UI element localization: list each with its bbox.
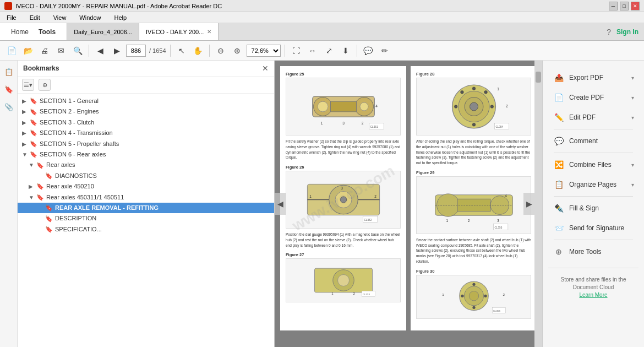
bookmark-icon-removal: 🔖 xyxy=(45,204,53,212)
bookmark-icon-450311: 🔖 xyxy=(36,193,44,202)
bookmark-removal[interactable]: 🔖 REAR AXLE REMOVAL - REFITTING xyxy=(18,203,274,213)
svg-text:4: 4 xyxy=(505,193,507,197)
menu-file[interactable]: File xyxy=(4,13,19,22)
zoom-out-button[interactable]: ⊖ xyxy=(214,44,228,58)
export-pdf-arrow: ▾ xyxy=(631,75,634,81)
markup-tool[interactable]: ✏ xyxy=(378,44,392,58)
figure-28-container: Figure 28 xyxy=(416,72,531,135)
organize-item[interactable]: 📋 Organize Pages ▾ xyxy=(548,175,638,194)
tab-iveco-daily[interactable]: IVECO - DAILY 200... ✕ xyxy=(139,23,219,40)
full-screen-button[interactable]: ⤢ xyxy=(322,44,336,58)
pdf-area[interactable]: ◀ ▶ www.iveco.com Figure 25 xyxy=(275,61,542,347)
bookmark-diagnostics[interactable]: 🔖 DIAGNOSTICS xyxy=(18,171,274,181)
download-button[interactable]: ⬇ xyxy=(339,44,353,58)
fit-width-button[interactable]: ↔ xyxy=(305,44,320,58)
cursor-tool[interactable]: ↖ xyxy=(174,44,189,58)
tab-home[interactable]: Home xyxy=(8,27,32,37)
search-button[interactable]: 🔍 xyxy=(70,44,85,58)
bookmark-section1[interactable]: ▶ 🔖 SECTION 1 - General xyxy=(18,96,274,106)
close-button[interactable]: ✕ xyxy=(631,2,640,10)
page-number-input[interactable] xyxy=(126,45,146,57)
bookmark-tree[interactable]: ▶ 🔖 SECTION 1 - General ▶ 🔖 SECTION 2 - … xyxy=(18,94,274,347)
window-controls[interactable]: ─ □ ✕ xyxy=(609,2,640,10)
tab-daily-euro[interactable]: Daily_Euro_4_2006... xyxy=(67,23,139,40)
footer-text: Store and share files in the Document Cl… xyxy=(561,276,626,290)
scrollbar[interactable] xyxy=(534,61,542,347)
menu-view[interactable]: View xyxy=(51,13,69,22)
bookmark-close-button[interactable]: ✕ xyxy=(262,64,269,73)
tab-spacer xyxy=(219,23,601,40)
figure-28-label: Figure 28 xyxy=(416,72,531,77)
comment-tool[interactable]: 💬 xyxy=(361,44,375,58)
bookmark-450210[interactable]: ▶ 🔖 Rear axle 450210 xyxy=(18,181,274,192)
create-pdf-item[interactable]: 📄 Create PDF ▾ xyxy=(548,88,638,107)
next-page-button[interactable]: ▶ xyxy=(110,44,124,58)
bookmark-section2[interactable]: ▶ 🔖 SECTION 2 - Engines xyxy=(18,106,274,117)
menu-edit[interactable]: Edit xyxy=(28,13,42,22)
export-pdf-item[interactable]: 📤 Export PDF ▾ xyxy=(548,68,638,87)
help-icon[interactable]: ? xyxy=(607,28,611,36)
bookmark-specification[interactable]: 🔖 SPECIFICATIO... xyxy=(18,224,274,235)
svg-text:CL355: CL355 xyxy=(494,226,502,229)
bookmark-view-button[interactable]: ☰▾ xyxy=(22,79,34,91)
bookmark-section3[interactable]: ▶ 🔖 SECTION 3 - Clutch xyxy=(18,117,274,128)
bookmark-add-button[interactable]: ⊕ xyxy=(39,79,51,91)
scrollbar-thumb[interactable] xyxy=(536,72,541,83)
maximize-button[interactable]: □ xyxy=(620,2,629,10)
comment-item[interactable]: 💬 Comment xyxy=(548,132,638,150)
main-area: 📋 🔖 📎 Bookmarks ✕ ☰▾ ⊕ ▶ 🔖 SECTION 1 - G… xyxy=(0,61,644,347)
hand-tool[interactable]: ✋ xyxy=(191,44,205,58)
prev-page-arrow[interactable]: ◀ xyxy=(275,193,286,215)
bookmark-rear-axles[interactable]: ▼ 🔖 Rear axles xyxy=(18,160,274,170)
email-button[interactable]: ✉ xyxy=(54,44,68,58)
bookmark-section4[interactable]: ▶ 🔖 SECTION 4 - Transmission xyxy=(18,128,274,138)
fit-page-button[interactable]: ⛶ xyxy=(289,44,303,58)
bookmark-panel: Bookmarks ✕ ☰▾ ⊕ ▶ 🔖 SECTION 1 - General… xyxy=(18,61,275,347)
organize-icon: 📋 xyxy=(553,178,565,191)
edit-pdf-item[interactable]: ✏️ Edit PDF ▾ xyxy=(548,108,638,127)
open-button[interactable]: 📂 xyxy=(21,44,35,58)
figure-30-image: 1 2 CL356 xyxy=(416,275,531,319)
divider-1 xyxy=(554,129,633,129)
svg-text:3: 3 xyxy=(497,218,499,222)
next-page-arrow[interactable]: ▶ xyxy=(523,193,534,215)
send-signature-item[interactable]: 📨 Send for Signature xyxy=(548,219,638,237)
pdf-page-spread: www.iveco.com Figure 25 1 xyxy=(280,66,537,330)
zoom-select[interactable]: 72,6% 100% 150% xyxy=(247,45,281,57)
combine-item[interactable]: 🔀 Combine Files ▾ xyxy=(548,155,638,174)
svg-point-58 xyxy=(472,283,475,285)
create-pdf-arrow: ▾ xyxy=(631,95,634,101)
caption-4: Smear the contact surface between axle s… xyxy=(416,237,531,264)
tab-close-button[interactable]: ✕ xyxy=(207,29,211,35)
print-button[interactable]: 🖨 xyxy=(37,44,52,58)
sidebar-bookmark-icon[interactable]: 🔖 xyxy=(2,83,15,96)
sidebar-page-icon[interactable]: 📋 xyxy=(2,65,15,78)
zoom-in-button[interactable]: ⊕ xyxy=(230,44,244,58)
bookmark-section6[interactable]: ▼ 🔖 SECTION 6 - Rear axles xyxy=(18,149,274,160)
bookmark-section5[interactable]: ▶ 🔖 SECTION 5 - Propeller shafts xyxy=(18,139,274,149)
new-file-button[interactable]: 📄 xyxy=(4,44,19,58)
tab-tools[interactable]: Tools xyxy=(35,27,59,37)
bookmark-icon-spec: 🔖 xyxy=(45,225,53,234)
sign-in-button[interactable]: Sign In xyxy=(616,28,638,36)
sidebar-attachment-icon[interactable]: 📎 xyxy=(2,100,15,113)
svg-text:2: 2 xyxy=(503,292,505,296)
learn-more-link[interactable]: Learn More xyxy=(579,292,607,298)
organize-label: Organize Pages xyxy=(569,181,616,188)
menu-window[interactable]: Window xyxy=(77,13,103,22)
menu-help[interactable]: Help xyxy=(112,13,129,22)
figure-28-svg: 1 2 CL354 xyxy=(433,80,515,133)
minimize-button[interactable]: ─ xyxy=(609,2,618,10)
svg-text:2: 2 xyxy=(467,218,470,222)
page-total: / 1654 xyxy=(149,47,166,54)
pdf-page-left: www.iveco.com Figure 25 1 xyxy=(280,66,406,330)
right-panel-footer: Store and share files in the Document Cl… xyxy=(543,270,644,305)
prev-page-button[interactable]: ◀ xyxy=(93,44,107,58)
bookmark-description[interactable]: 🔖 DESCRIPTION xyxy=(18,213,274,224)
fill-sign-item[interactable]: ✒️ Fill & Sign xyxy=(548,199,638,218)
more-tools-item[interactable]: ⊕ More Tools xyxy=(548,242,638,261)
svg-text:2: 2 xyxy=(353,292,355,296)
figure-30-svg: 1 2 CL356 xyxy=(433,278,515,316)
svg-text:CL354: CL354 xyxy=(495,126,503,128)
bookmark-450311[interactable]: ▼ 🔖 Rear axles 450311/1 450511 xyxy=(18,192,274,203)
